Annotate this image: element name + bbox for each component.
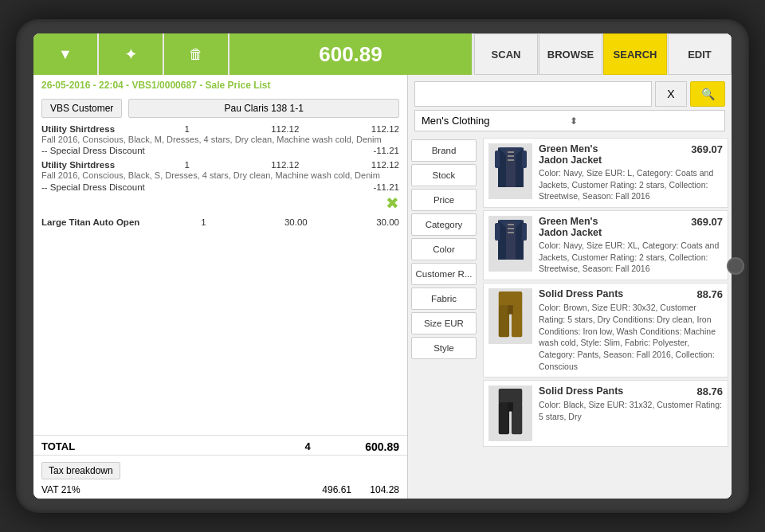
filter-brand-button[interactable]: Brand [411, 139, 477, 162]
filter-panel: Brand Stock Price Category Color Custome… [408, 136, 480, 499]
receipt-items: Utility Shirtdress 1 112.12 112.12 Fall … [33, 121, 407, 435]
filter-sizeur-button[interactable]: Size EUR [411, 312, 477, 334]
filter-products-area: Brand Stock Price Category Color Custome… [408, 136, 732, 499]
discount-label: -- Special Dress Discount [41, 146, 359, 155]
discount-amount: -11.21 [359, 146, 399, 155]
nav-buttons: SCAN BROWSE SEARCH EDIT [473, 33, 732, 75]
tablet-frame: ▼ ✦ 🗑 600.89 SCAN BROWSE SEARCH EDIT 26-… [16, 19, 749, 513]
tax-label: VAT 21% [41, 484, 304, 495]
filter-price-button[interactable]: Price [411, 189, 477, 211]
browse-button[interactable]: BROWSE [539, 33, 602, 75]
item-total: 30.00 [359, 217, 399, 227]
product-image [488, 385, 532, 441]
filter-icon: ▼ [58, 46, 73, 63]
category-value: Men's Clothing [422, 115, 570, 127]
tax-amount: 104.28 [351, 484, 399, 495]
discount-amount: -11.21 [359, 182, 399, 192]
svg-rect-25 [508, 402, 513, 411]
tax-title: Tax breakdown [41, 462, 120, 479]
list-item[interactable]: Solid Dress Pants 88.76 Color: Black, Si… [483, 380, 728, 447]
svg-rect-14 [522, 223, 527, 241]
customer-button[interactable]: VBS Customer [41, 99, 122, 118]
trash-icon: 🗑 [189, 46, 203, 63]
item-qty: 1 [192, 217, 216, 227]
star-button[interactable]: ✦ [99, 33, 163, 75]
product-price: 369.07 [691, 143, 723, 155]
svg-rect-17 [508, 232, 514, 233]
product-name: Solid Dress Pants [539, 288, 623, 299]
product-desc: Color: Navy, Size EUR: XL, Category: Coa… [539, 240, 723, 275]
svg-rect-20 [512, 305, 522, 337]
total-value: 600.89 [319, 42, 382, 67]
search-go-button[interactable]: 🔍 [690, 81, 725, 107]
list-item[interactable]: Green Men'sJadon Jacket 369.07 Color: Na… [483, 210, 728, 280]
svg-rect-13 [495, 223, 500, 241]
products-list: Green Men'sJadon Jacket 369.07 Color: Na… [480, 136, 732, 499]
list-item: Large Titan Auto Open 1 30.00 30.00 [41, 217, 399, 227]
customer-row: VBS Customer Pau Claris 138 1-1 [33, 96, 407, 121]
edit-button[interactable]: EDIT [668, 33, 732, 75]
filter-fabric-button[interactable]: Fabric [411, 288, 477, 310]
item-total: 112.12 [359, 124, 399, 134]
svg-rect-3 [506, 149, 516, 187]
svg-rect-15 [508, 224, 514, 225]
product-price: 88.76 [696, 385, 723, 397]
list-item[interactable]: Green Men'sJadon Jacket 369.07 Color: Na… [483, 138, 728, 208]
svg-rect-4 [495, 151, 500, 168]
product-image [488, 216, 532, 272]
filter-style-button[interactable]: Style [411, 337, 477, 359]
item-qty: 1 [175, 124, 199, 134]
filter-stock-button[interactable]: Stock [411, 164, 477, 186]
list-item[interactable]: Solid Dress Pants 88.76 Color: Brown, Si… [483, 283, 728, 377]
product-desc: Color: Black, Size EUR: 31x32, Customer … [539, 399, 723, 422]
item-desc: Fall 2016, Conscious, Black, M, Dresses,… [41, 134, 399, 146]
item-name: Large Titan Auto Open [41, 217, 139, 227]
top-toolbar: ▼ ✦ 🗑 600.89 SCAN BROWSE SEARCH EDIT [33, 33, 732, 75]
search-input[interactable] [414, 81, 652, 107]
filter-category-button[interactable]: Category [411, 213, 477, 236]
search-button[interactable]: SEARCH [603, 33, 667, 75]
svg-rect-18 [499, 291, 523, 307]
product-price: 88.76 [696, 288, 723, 300]
svg-rect-7 [508, 155, 514, 157]
item-discount: -- Special Dress Discount -11.21 [41, 146, 399, 155]
filter-button[interactable]: ▼ [33, 33, 97, 75]
list-item: Utility Shirtdress 1 112.12 112.12 Fall … [41, 160, 399, 212]
item-price: 112.12 [259, 160, 299, 170]
svg-rect-16 [508, 228, 514, 229]
item-price: 112.12 [259, 124, 299, 134]
item-total: 112.12 [359, 160, 399, 170]
delete-icon[interactable]: ✖ [386, 194, 399, 213]
location-display: Pau Claris 138 1-1 [128, 99, 399, 118]
left-panel: 26-05-2016 - 22:04 - VBS1/0000687 - Sale… [33, 75, 408, 499]
product-desc: Color: Brown, Size EUR: 30x32, Customer … [539, 302, 723, 372]
item-desc: Fall 2016, Conscious, Black, S, Dresses,… [41, 170, 399, 182]
product-price: 369.07 [691, 216, 723, 228]
table-row: VAT 21% 496.61 104.28 [41, 483, 399, 497]
product-info: Green Men'sJadon Jacket 369.07 Color: Na… [539, 216, 723, 275]
product-info: Solid Dress Pants 88.76 Color: Black, Si… [539, 385, 723, 422]
search-clear-button[interactable]: X [655, 81, 687, 107]
home-button[interactable] [727, 257, 744, 275]
item-price: 30.00 [268, 217, 308, 227]
svg-rect-6 [508, 151, 514, 153]
right-panel: X 🔍 Men's Clothing ⬍ Brand Stock [408, 75, 732, 499]
total-label: TOTAL [41, 440, 296, 453]
scan-button[interactable]: SCAN [474, 33, 538, 75]
total-display: 600.89 [230, 33, 472, 75]
product-info: Solid Dress Pants 88.76 Color: Brown, Si… [539, 288, 723, 372]
product-name: Green Men'sJadon Jacket [539, 216, 602, 238]
trash-button[interactable]: 🗑 [164, 33, 228, 75]
search-bar: X 🔍 [408, 75, 732, 110]
filter-customerrating-button[interactable]: Customer R... [411, 263, 477, 285]
receipt-total-row: TOTAL 4 600.89 [33, 435, 407, 455]
svg-rect-24 [512, 402, 522, 434]
product-name: Solid Dress Pants [539, 385, 623, 397]
filter-color-button[interactable]: Color [411, 238, 477, 260]
svg-rect-22 [499, 389, 523, 404]
svg-rect-21 [508, 305, 513, 314]
chevron-down-icon: ⬍ [570, 115, 718, 127]
item-name: Utility Shirtdress [41, 160, 115, 170]
category-dropdown[interactable]: Men's Clothing ⬍ [414, 110, 725, 131]
main-content: 26-05-2016 - 22:04 - VBS1/0000687 - Sale… [33, 75, 732, 499]
